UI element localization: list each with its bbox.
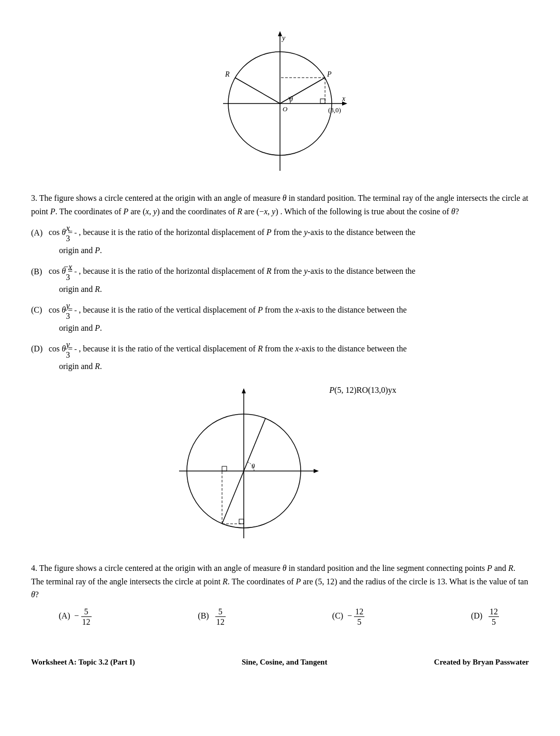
footer-author: Created by Bryan Passwater bbox=[434, 658, 529, 667]
option-a: (A) cos θ = x 3 , because it is the rati… bbox=[31, 223, 529, 257]
question3-text: 3. The figure shows a circle centered at… bbox=[31, 192, 529, 218]
q4-answers: (A) − 5 12 (B) 5 12 (C) − 12 5 bbox=[31, 607, 529, 627]
option-c-frac: y 3 bbox=[75, 301, 77, 321]
footer: Worksheet A: Topic 3.2 (Part I) Sine, Co… bbox=[31, 658, 529, 667]
svg-text:θ: θ bbox=[252, 462, 255, 470]
svg-line-11 bbox=[235, 78, 280, 104]
svg-text:y: y bbox=[281, 34, 286, 42]
svg-rect-26 bbox=[222, 466, 227, 471]
svg-text:P: P bbox=[327, 70, 332, 78]
svg-marker-19 bbox=[314, 469, 319, 473]
svg-rect-27 bbox=[239, 519, 244, 524]
footer-worksheet: Worksheet A: Topic 3.2 (Part I) bbox=[31, 658, 135, 667]
option-b: (B) cos θ = −x 3 , because it is the rat… bbox=[31, 262, 529, 296]
option-b-label: (B) bbox=[31, 265, 47, 278]
option-b-frac: −x 3 bbox=[75, 262, 77, 282]
q4-option-a: (A) − 5 12 bbox=[36, 607, 114, 627]
option-a-label: (A) bbox=[31, 226, 47, 240]
q3-number: 3. bbox=[31, 194, 37, 202]
svg-text:x: x bbox=[342, 95, 346, 102]
option-a-frac: x 3 bbox=[75, 223, 77, 243]
svg-text:O: O bbox=[283, 105, 288, 113]
question3: 3. The figure shows a circle centered at… bbox=[31, 192, 529, 373]
q4-b-frac: 5 12 bbox=[215, 607, 226, 627]
diagram2-svg: θ bbox=[164, 386, 329, 546]
q4-option-b: (B) 5 12 bbox=[173, 607, 250, 627]
question4: 4. The figure shows a circle centered at… bbox=[31, 562, 529, 627]
svg-text:(3,0): (3,0) bbox=[328, 106, 341, 114]
option-d: (D) cos θ = y 3 , because it is the rati… bbox=[31, 340, 529, 373]
svg-rect-9 bbox=[320, 99, 325, 104]
q4-option-c: (C) − 12 5 bbox=[310, 607, 387, 627]
svg-marker-20 bbox=[242, 388, 246, 393]
question4-text: 4. The figure shows a circle centered at… bbox=[31, 562, 529, 601]
q4-d-frac: 12 5 bbox=[489, 607, 499, 627]
option-c: (C) cos θ = y 3 , because it is the rati… bbox=[31, 301, 529, 334]
svg-marker-3 bbox=[278, 31, 282, 36]
diagram1-container: θ P R O (3,0) y x bbox=[31, 31, 529, 176]
page: θ P R O (3,0) y x 3. The fi bbox=[31, 31, 529, 667]
diagram1-svg: θ P R O (3,0) y x bbox=[202, 31, 358, 176]
footer-title: Sine, Cosine, and Tangent bbox=[242, 658, 327, 667]
option-d-frac: y 3 bbox=[75, 340, 77, 360]
svg-line-6 bbox=[280, 78, 325, 104]
q4-c-frac: 12 5 bbox=[354, 607, 364, 627]
option-d-label: (D) bbox=[31, 342, 47, 356]
q4-option-d: (D) 12 5 bbox=[446, 607, 524, 627]
q4-number: 4. bbox=[31, 564, 37, 572]
option-c-label: (C) bbox=[31, 303, 47, 317]
q4-a-frac: 5 12 bbox=[81, 607, 92, 627]
diagram2-container: θ P(5, 12) R O (13,0) y x bbox=[31, 386, 529, 546]
svg-text:R: R bbox=[225, 70, 230, 78]
